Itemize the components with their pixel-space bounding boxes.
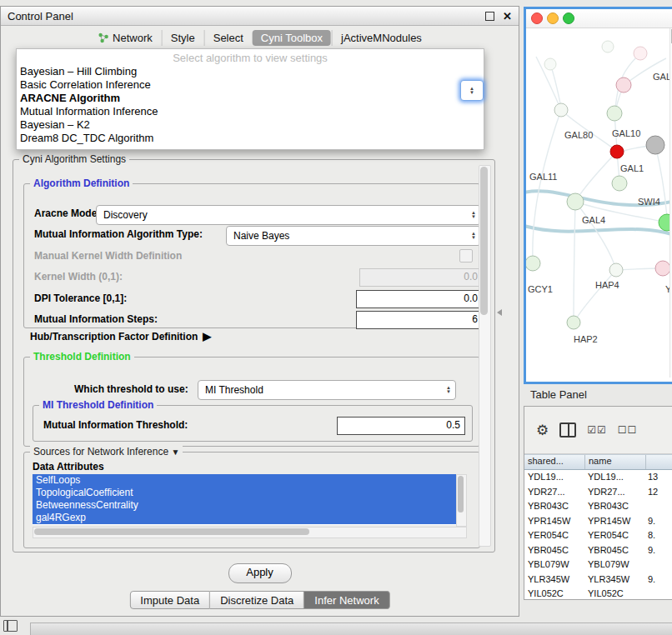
cell-shared-name: YBL079W bbox=[524, 558, 584, 572]
table-row[interactable]: YBR045C YBR045C 9. bbox=[524, 543, 672, 558]
tab-cyni-toolbox[interactable]: Cyni Toolbox bbox=[253, 30, 331, 46]
node-label: HAP2 bbox=[574, 334, 598, 344]
dpi-tolerance-field[interactable]: 0.0 bbox=[356, 290, 483, 308]
algorithm-placeholder: Select algorithm to view settings bbox=[17, 51, 484, 65]
aracne-mode-value: Discovery bbox=[103, 209, 148, 221]
cell-shared-name: YLR345W bbox=[524, 572, 584, 588]
data-attribute-item[interactable]: gal4RGexp bbox=[33, 512, 456, 524]
float-window-icon[interactable] bbox=[485, 12, 494, 21]
minimize-traffic-light-icon[interactable] bbox=[547, 12, 559, 24]
network-node[interactable] bbox=[567, 316, 580, 329]
data-attribute-item[interactable]: TopologicalCoefficient bbox=[33, 487, 456, 499]
tab-style[interactable]: Style bbox=[162, 30, 203, 46]
cell-shared-name: YIL052C bbox=[524, 587, 584, 599]
mi-threshold-label: Mutual Information Threshold: bbox=[43, 419, 188, 431]
scrollbar-thumb[interactable] bbox=[34, 528, 309, 535]
list-horizontal-scrollbar[interactable] bbox=[33, 527, 467, 538]
algorithm-option[interactable]: ARACNE Algorithm bbox=[17, 92, 484, 105]
network-node[interactable] bbox=[602, 41, 614, 52]
table-row[interactable]: YBL079W YBL079W bbox=[524, 558, 672, 572]
column-header-name[interactable]: name bbox=[585, 455, 646, 469]
which-threshold-label: Which threshold to use: bbox=[74, 383, 188, 395]
tab-discretize-data[interactable]: Discretize Data bbox=[210, 591, 304, 609]
table-row[interactable]: YPR145W YPR145W 9. bbox=[524, 514, 672, 529]
table-row[interactable]: YER054C YER054C 8. bbox=[524, 528, 672, 543]
tab-select[interactable]: Select bbox=[204, 30, 252, 46]
unchecked-boxes-icon[interactable]: ☐☐ bbox=[618, 425, 638, 435]
mi-threshold-title: MI Threshold Definition bbox=[39, 399, 157, 411]
network-graph-icon bbox=[98, 32, 108, 43]
mi-algorithm-type-combo[interactable]: Naive Bayes ▲▼ bbox=[226, 226, 481, 246]
network-node[interactable] bbox=[567, 193, 584, 210]
algorithm-option[interactable]: Dream8 DC_TDC Algorithm bbox=[17, 132, 484, 145]
settings-scrollbar[interactable] bbox=[479, 165, 491, 547]
sources-group-title[interactable]: Sources for Network Inference ▼ bbox=[30, 446, 183, 458]
tab-jactivemnodules[interactable]: jActiveMNodules bbox=[332, 30, 430, 46]
aracne-mode-label: Aracne Mode: bbox=[34, 208, 100, 219]
cell-name: YER054C bbox=[584, 528, 644, 543]
tab-infer-network[interactable]: Infer Network bbox=[304, 591, 389, 609]
algorithm-option[interactable]: Bayesian – Hill Climbing bbox=[17, 65, 484, 78]
table-row[interactable]: YIL052C YIL052C bbox=[524, 587, 672, 599]
threshold-definition-group: Threshold Definition Which threshold to … bbox=[23, 357, 480, 447]
which-threshold-combo[interactable]: MI Threshold ▲▼ bbox=[198, 380, 456, 400]
cyni-algorithm-settings-group: Cyni Algorithm Settings Algorithm Defini… bbox=[13, 159, 495, 552]
apply-button[interactable]: Apply bbox=[228, 563, 292, 583]
cell-name: YDR27... bbox=[584, 485, 644, 500]
kernel-width-field[interactable]: 0.0 bbox=[359, 268, 483, 287]
network-node[interactable] bbox=[554, 103, 568, 117]
node-label: GAL10 bbox=[612, 128, 640, 138]
data-attribute-item[interactable]: BetweennessCentrality bbox=[33, 499, 456, 512]
table-row[interactable]: YDL19... YDL19... 13 bbox=[524, 470, 672, 485]
network-node[interactable] bbox=[526, 256, 540, 271]
close-panel-icon[interactable]: ✕ bbox=[503, 11, 512, 22]
network-canvas[interactable]: GAL80 GAL10 GAL11 GAL1 SWI4 GAL4 GCY1 HA… bbox=[526, 28, 672, 378]
close-traffic-light-icon[interactable] bbox=[531, 12, 543, 24]
data-attributes-list: SelfLoopsTopologicalCoefficientBetweenne… bbox=[33, 474, 456, 525]
network-node-selected-red[interactable] bbox=[610, 145, 624, 158]
manual-kernel-width-label: Manual Kernel Width Definition bbox=[34, 250, 182, 262]
network-node[interactable] bbox=[634, 47, 647, 60]
network-node[interactable] bbox=[612, 176, 627, 191]
algorithm-option[interactable]: Basic Correlation Inference bbox=[17, 78, 484, 92]
network-window-titlebar[interactable] bbox=[526, 9, 672, 28]
gear-icon[interactable]: ⚙ bbox=[536, 423, 549, 438]
dock-panel-icon[interactable] bbox=[3, 620, 18, 632]
zoom-traffic-light-icon[interactable] bbox=[563, 12, 574, 24]
cell-extra bbox=[644, 558, 672, 572]
checked-boxes-icon[interactable]: ☑☑ bbox=[587, 425, 607, 435]
mi-threshold-field[interactable]: 0.5 bbox=[337, 417, 465, 435]
tab-impute-data[interactable]: Impute Data bbox=[129, 591, 210, 609]
panel-divider-handle[interactable] bbox=[497, 309, 502, 316]
network-node[interactable] bbox=[607, 106, 622, 121]
cell-extra: 13 bbox=[644, 470, 672, 485]
column-header-shared-name[interactable]: shared... bbox=[524, 455, 585, 469]
aracne-mode-combo[interactable]: Discovery ▲▼ bbox=[96, 205, 481, 225]
split-columns-icon[interactable] bbox=[559, 422, 576, 438]
manual-kernel-width-checkbox[interactable] bbox=[459, 249, 473, 262]
table-row[interactable]: YBR043C YBR043C bbox=[524, 499, 672, 514]
cell-shared-name: YPR145W bbox=[524, 514, 584, 529]
cell-shared-name: YER054C bbox=[524, 528, 584, 543]
network-node-gray[interactable] bbox=[646, 136, 664, 154]
column-header-extra[interactable] bbox=[646, 455, 672, 469]
data-attribute-item[interactable]: SelfLoops bbox=[33, 474, 456, 487]
list-vertical-scrollbar[interactable] bbox=[456, 474, 467, 527]
algorithm-option[interactable]: Mutual Information Inference bbox=[17, 105, 484, 118]
hub-definition-expander[interactable]: Hub/Transcription Factor Definition ▶ bbox=[30, 330, 211, 342]
algorithm-combo-button[interactable]: ▲▼ bbox=[460, 80, 484, 101]
cell-name: YDL19... bbox=[584, 470, 644, 485]
network-node[interactable] bbox=[616, 78, 631, 92]
scrollbar-thumb[interactable] bbox=[458, 476, 464, 512]
control-panel-titlebar: Control Panel ✕ bbox=[1, 7, 519, 26]
scrollbar-thumb[interactable] bbox=[480, 167, 488, 315]
table-row[interactable]: YDR27... YDR27... 12 bbox=[524, 485, 672, 500]
network-graph: GAL80 GAL10 GAL11 GAL1 SWI4 GAL4 GCY1 HA… bbox=[526, 28, 672, 378]
table-row[interactable]: YLR345W YLR345W 9. bbox=[524, 572, 672, 588]
tab-network[interactable]: Network bbox=[89, 30, 161, 46]
network-node[interactable] bbox=[544, 58, 556, 70]
network-node[interactable] bbox=[655, 261, 670, 276]
network-node[interactable] bbox=[609, 263, 623, 277]
algorithm-option[interactable]: Bayesian – K2 bbox=[17, 118, 484, 132]
mi-steps-field[interactable]: 6 bbox=[356, 311, 483, 329]
